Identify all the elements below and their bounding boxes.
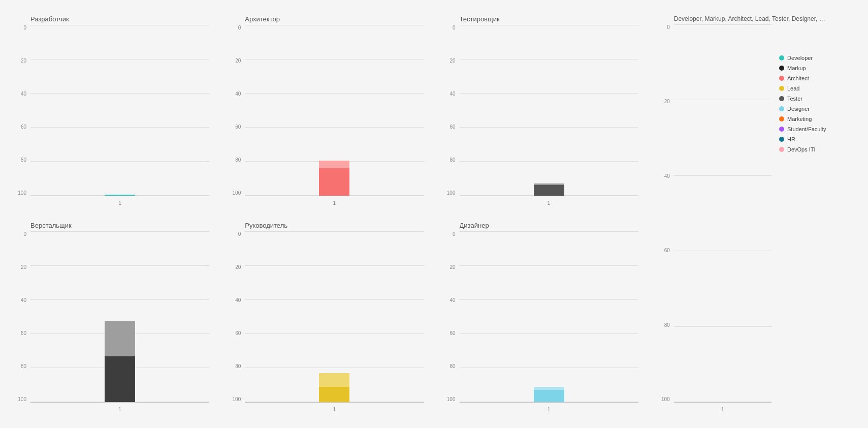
- markup-y-axis: 100 80 60 40 20 0: [11, 231, 26, 402]
- legend-label-lead: Lead: [787, 85, 799, 91]
- bar-stack: [105, 195, 135, 196]
- bar-segment: [105, 195, 135, 196]
- legend-label-architect: Architect: [787, 75, 809, 81]
- legend-label-student: Student/Faculty: [787, 126, 826, 132]
- tester-chart: Тестировщик 100 80 60 40 20 0: [434, 10, 649, 217]
- dashboard: Разработчик 100 80 60 40 20 0: [0, 0, 868, 428]
- architect-x-axis: 1: [245, 200, 424, 206]
- markup-chart-area: 100 80 60 40 20 0: [30, 231, 209, 403]
- combined-chart-area: 100 80 60 40 20 0: [674, 24, 771, 403]
- architect-chart-area: 100 80 60 40 20 0: [245, 25, 424, 196]
- architect-chart: Архитектор 100 80 60 40 20 0: [219, 10, 434, 217]
- combined-x-axis: 1: [674, 407, 771, 412]
- legend-marketing: Marketing: [779, 116, 853, 122]
- legend-label-designer: Designer: [787, 106, 810, 112]
- legend-label-devops: DevOps ITI: [787, 146, 816, 152]
- tester-chart-area: 100 80 60 40 20 0: [460, 25, 638, 196]
- legend-dot-lead: [779, 86, 784, 91]
- legend-markup: Markup: [779, 65, 853, 71]
- designer-chart: Дизайнер 100 80 60 40 20 0: [434, 217, 649, 423]
- lead-chart: Руководитель 100 80 60 40 20 0: [219, 217, 434, 423]
- legend-dot-developer: [779, 55, 784, 60]
- legend-dot-architect: [779, 76, 784, 81]
- legend-developer: Developer: [779, 55, 853, 61]
- combined-y-axis: 100 80 60 40 20 0: [655, 24, 670, 402]
- legend-lead: Lead: [779, 85, 853, 91]
- combined-inner: 100 80 60 40 20 0: [674, 24, 853, 403]
- legend-hr: HR: [779, 136, 853, 142]
- bar-group: [513, 387, 585, 402]
- legend: Developer Markup Architect Lead Tester: [771, 24, 853, 403]
- designer-x-axis: 1: [460, 407, 638, 412]
- legend-label-markup: Markup: [787, 65, 806, 71]
- lead-bars: [245, 231, 424, 402]
- tester-x-axis: 1: [460, 200, 638, 206]
- legend-label-developer: Developer: [787, 55, 813, 61]
- designer-y-axis: 100 80 60 40 20 0: [440, 231, 456, 402]
- legend-dot-tester: [779, 96, 784, 101]
- legend-label-tester: Tester: [787, 96, 802, 102]
- designer-title: Дизайнер: [460, 222, 638, 229]
- bar-group: [84, 321, 156, 402]
- legend-tester: Tester: [779, 96, 853, 102]
- legend-label-hr: HR: [787, 136, 795, 142]
- markup-x-axis: 1: [30, 407, 209, 412]
- legend-designer: Designer: [779, 106, 853, 112]
- markup-chart: Верстальщик 100 80 60 40 20 0: [5, 217, 219, 423]
- legend-dot-marketing: [779, 116, 784, 121]
- bar-group: [84, 195, 156, 196]
- bar-group: [299, 161, 370, 196]
- combined-bars-container: [674, 24, 771, 402]
- lead-chart-area: 100 80 60 40 20 0: [245, 231, 424, 403]
- bar-group: [513, 184, 585, 196]
- developer-x-axis: 1: [30, 200, 209, 206]
- combined-chart: Developer, Markup, Architect, Lead, Test…: [649, 10, 863, 423]
- bar-stack: [319, 373, 349, 402]
- tester-title: Тестировщик: [460, 15, 638, 23]
- markup-bars: [30, 231, 209, 402]
- bar-group: [299, 373, 370, 402]
- lead-title: Руководитель: [245, 222, 424, 229]
- developer-chart: Разработчик 100 80 60 40 20 0: [5, 10, 219, 217]
- lead-y-axis: 100 80 60 40 20 0: [226, 231, 241, 402]
- legend-dot-markup: [779, 66, 784, 71]
- tester-bars: [460, 25, 638, 196]
- bar-stack: [534, 387, 564, 402]
- architect-bars: [245, 25, 424, 196]
- legend-dot-designer: [779, 106, 784, 111]
- bar-stack: [319, 161, 349, 196]
- tester-y-axis: 100 80 60 40 20 0: [440, 25, 456, 196]
- bar-stack: [105, 321, 135, 402]
- legend-student: Student/Faculty: [779, 126, 853, 132]
- bar-stack: [534, 184, 564, 196]
- legend-devops: DevOps ITI: [779, 146, 853, 152]
- legend-dot-student: [779, 127, 784, 132]
- combined-title: Developer, Markup, Architect, Lead, Test…: [674, 15, 826, 22]
- legend-label-marketing: Marketing: [787, 116, 812, 122]
- legend-dot-hr: [779, 137, 784, 142]
- developer-chart-area: 100 80 60 40 20 0: [30, 25, 209, 196]
- developer-y-axis: 100 80 60 40 20 0: [11, 25, 26, 196]
- architect-title: Архитектор: [245, 15, 424, 23]
- designer-bars: [460, 231, 638, 402]
- legend-dot-devops: [779, 147, 784, 152]
- designer-chart-area: 100 80 60 40 20 0: [460, 231, 638, 403]
- legend-architect: Architect: [779, 75, 853, 81]
- developer-title: Разработчик: [30, 15, 209, 23]
- markup-title: Верстальщик: [30, 222, 209, 229]
- architect-y-axis: 100 80 60 40 20 0: [226, 25, 241, 196]
- developer-bars: [30, 25, 209, 196]
- lead-x-axis: 1: [245, 407, 424, 412]
